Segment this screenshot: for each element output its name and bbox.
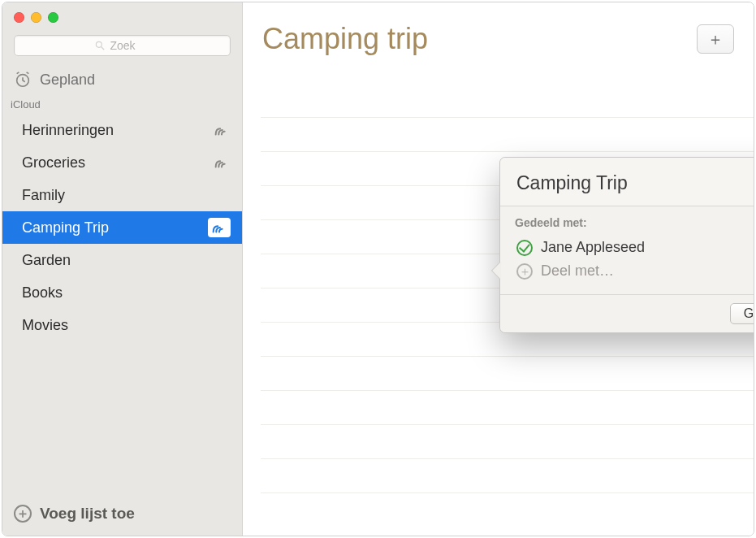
- plus-circle-icon: ＋: [14, 505, 32, 523]
- sidebar-item-label: Camping Trip: [22, 219, 109, 236]
- popover-title: Camping Trip: [516, 172, 754, 194]
- sidebar-item-label: Garden: [22, 252, 71, 269]
- sidebar-item-label: Family: [22, 187, 65, 204]
- close-window-button[interactable]: [14, 12, 24, 23]
- sidebar-item-family[interactable]: Family: [2, 179, 242, 211]
- sidebar-item-label: Herinneringen: [22, 122, 114, 139]
- minimize-window-button[interactable]: [31, 12, 41, 23]
- svg-point-0: [96, 41, 102, 47]
- alarm-clock-icon: [14, 71, 32, 89]
- sidebar-item-camping-trip[interactable]: Camping Trip: [2, 211, 242, 244]
- checkmark-circle-icon: [516, 240, 533, 256]
- add-reminder-button[interactable]: ＋: [697, 24, 734, 54]
- sidebar: Gepland iCloud HerinneringenGroceriesFam…: [2, 2, 243, 536]
- sidebar-scheduled-label: Gepland: [40, 72, 95, 89]
- sidebar-scheduled[interactable]: Gepland: [2, 64, 242, 97]
- done-button[interactable]: Gereed: [730, 303, 754, 324]
- add-participant-label: Deel met…: [541, 262, 614, 280]
- plus-icon: ＋: [707, 28, 724, 50]
- add-participant-row[interactable]: ＋ Deel met…: [515, 259, 754, 283]
- sidebar-item-books[interactable]: Books: [2, 276, 242, 309]
- shared-with-label: Gedeeld met:: [515, 216, 754, 229]
- sidebar-item-label: Movies: [22, 317, 68, 334]
- svg-line-1: [101, 47, 104, 50]
- participant-name: Jane Appleseed: [541, 239, 645, 256]
- app-window: Gepland iCloud HerinneringenGroceriesFam…: [2, 2, 754, 536]
- add-list-button[interactable]: ＋ Voeg lijst toe: [2, 495, 242, 536]
- window-controls: [14, 12, 58, 23]
- add-list-label: Voeg lijst toe: [40, 505, 135, 523]
- sidebar-item-movies[interactable]: Movies: [2, 309, 242, 341]
- sidebar-item-groceries[interactable]: Groceries: [2, 146, 242, 179]
- share-broadcast-icon: [213, 154, 231, 171]
- list-title: Camping trip: [262, 22, 428, 56]
- sidebar-list: HerinneringenGroceriesFamilyCamping Trip…: [2, 114, 242, 341]
- main-pane: Camping trip ＋ Camping Trip Gedeeld met:…: [243, 2, 754, 536]
- sidebar-item-label: Groceries: [22, 154, 85, 171]
- share-broadcast-icon: [208, 218, 231, 237]
- share-popover: Camping Trip Gedeeld met: Jane Appleseed…: [499, 157, 754, 333]
- zoom-window-button[interactable]: [48, 12, 58, 23]
- sidebar-item-herinneringen[interactable]: Herinneringen: [2, 114, 242, 146]
- search-field[interactable]: [14, 35, 231, 56]
- search-input[interactable]: [110, 39, 151, 52]
- sidebar-item-label: Books: [22, 284, 63, 302]
- search-icon: [94, 40, 106, 51]
- participant-row[interactable]: Jane Appleseed: [515, 236, 754, 259]
- share-broadcast-icon: [213, 121, 231, 139]
- plus-circle-outline-icon: ＋: [516, 263, 533, 280]
- sidebar-section-label: iCloud: [2, 97, 242, 114]
- sidebar-item-garden[interactable]: Garden: [2, 244, 242, 276]
